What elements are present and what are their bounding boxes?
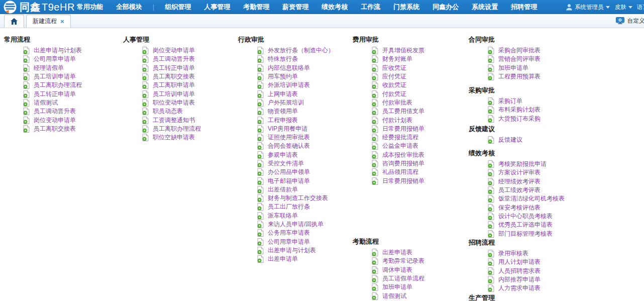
workflow-link[interactable]: 外发放行条（制造中心）	[268, 46, 334, 55]
workflow-item[interactable]: 内部推荐申请单	[469, 275, 592, 284]
workflow-link[interactable]: 员工离职申请单	[153, 81, 195, 89]
workflow-link[interactable]: 礼品领用流程	[382, 168, 418, 176]
workflow-link[interactable]: 方案设计评审表	[498, 168, 541, 177]
workflow-item[interactable]: 物资领用单	[238, 107, 356, 116]
tab-新建流程[interactable]: 新建流程×	[26, 15, 71, 28]
workflow-item[interactable]: 保安考核评估表	[469, 203, 592, 212]
workflow-link[interactable]: 上网申请表	[268, 90, 298, 98]
workflow-item[interactable]: 员工出厂放行条	[238, 203, 356, 211]
workflow-item[interactable]: 员工转正申请单	[123, 64, 241, 72]
workflow-link[interactable]: 物资领用单	[268, 107, 298, 116]
workflow-item[interactable]: 员工离职办理流程	[4, 81, 122, 89]
workflow-link[interactable]: 经理绩效考评表	[498, 177, 541, 186]
workflow-item[interactable]: 工程费用预算表	[469, 72, 592, 81]
workflow-item[interactable]: 用人计划申请表	[469, 258, 592, 266]
workflow-item[interactable]: 外发放行条（制造中心）	[238, 46, 356, 55]
workflow-link[interactable]: 加班申请单	[498, 64, 528, 72]
workflow-link[interactable]: 员工出厂放行条	[268, 203, 310, 211]
workflow-item[interactable]: 设计中心职员考核表	[469, 212, 592, 221]
workflow-item[interactable]: 财务对账单	[353, 55, 471, 63]
workflow-link[interactable]: 工程申报表	[268, 116, 298, 125]
workflow-link[interactable]: 工程费用预算表	[498, 72, 541, 81]
workflow-link[interactable]: 付款审批表	[382, 98, 412, 107]
workflow-item[interactable]: 人员招聘需求表	[469, 267, 592, 275]
nav-item[interactable]: 薪资管理	[280, 3, 311, 12]
workflow-item[interactable]: 户外拓展培训	[238, 98, 356, 107]
workflow-item[interactable]: 出差申请与计划表	[238, 246, 356, 255]
workflow-link[interactable]: 员工离职交接表	[153, 72, 195, 81]
workflow-link[interactable]: 保安考核评估表	[498, 204, 541, 212]
workflow-item[interactable]: 上网申请表	[238, 89, 356, 98]
workflow-item[interactable]: 大货预订布采购	[469, 115, 592, 123]
workflow-link[interactable]: 布料采购计划表	[498, 106, 541, 114]
workflow-item[interactable]: 职位空缺申请表	[123, 133, 241, 142]
nav-item[interactable]: 招聘管理	[508, 3, 540, 12]
workflow-link[interactable]: 员工费用借支单	[382, 107, 424, 116]
workflow-item[interactable]: 员工离职办理流程	[123, 125, 241, 133]
workflow-link[interactable]: 员工转正申请单	[153, 64, 195, 72]
workflow-link[interactable]: 岗位变动申请单	[153, 46, 195, 55]
workflow-item[interactable]: 公务用车申请表	[238, 229, 356, 237]
nav-item[interactable]: 考勤管理	[241, 3, 272, 12]
workflow-item[interactable]: 特殊放行条	[238, 55, 356, 63]
workflow-item[interactable]: 付款计划表	[353, 116, 471, 124]
workflow-item[interactable]: 请假测试	[353, 291, 471, 300]
customize-button[interactable]: 自定义桌面	[616, 17, 644, 25]
tab-home[interactable]	[4, 15, 24, 28]
workflow-link[interactable]: 户外拓展培训	[268, 98, 304, 107]
workflow-link[interactable]: 职位空缺申请表	[153, 133, 195, 142]
workflow-link[interactable]: 员工离职交接表	[34, 125, 76, 133]
workflow-link[interactable]: 员工离职办理流程	[153, 125, 201, 133]
workflow-item[interactable]: 礼品领用流程	[353, 168, 471, 176]
nav-item[interactable]: 系统设置	[469, 3, 500, 12]
workflow-item[interactable]: 员工培训申请单	[123, 89, 241, 98]
workflow-item[interactable]: 采购合同审批表	[469, 46, 592, 55]
workflow-link[interactable]: 参观申请表	[268, 151, 298, 159]
workflow-item[interactable]: 应收凭证	[353, 64, 471, 72]
workflow-link[interactable]: 出差申请与计划表	[268, 246, 316, 255]
workflow-link[interactable]: 请假测试	[34, 98, 58, 107]
workflow-link[interactable]: 出差申请单	[268, 255, 298, 263]
workflow-link[interactable]: 用车预约单	[268, 72, 298, 81]
workflow-link[interactable]: 合同会签确认表	[268, 142, 310, 150]
nav-item[interactable]: 门禁系统	[391, 3, 422, 12]
workflow-item[interactable]: 饭堂清洁绿化司机考核表	[469, 194, 592, 203]
workflow-item[interactable]: 付款凭证	[353, 89, 471, 98]
workflow-item[interactable]: 财务与制造工作交接表	[238, 194, 356, 203]
workflow-link[interactable]: 公司用章申请单	[34, 55, 76, 63]
workflow-item[interactable]: 来访人员申请/回执单	[238, 220, 356, 229]
nav-item[interactable]: 人事管理	[201, 3, 233, 12]
nav-item[interactable]: 常用功能	[74, 3, 105, 12]
workflow-link[interactable]: 营销合同评审表	[498, 55, 541, 63]
workflow-link[interactable]: 派车联络单	[268, 212, 298, 220]
workflow-item[interactable]: 日常费用报销单	[353, 125, 471, 133]
workflow-link[interactable]: 员工离职办理流程	[34, 81, 82, 89]
workflow-link[interactable]: 出差申请与计划表	[34, 46, 82, 55]
workflow-link[interactable]: 采购订单	[498, 97, 522, 106]
workflow-link[interactable]: 请假测试	[382, 292, 406, 300]
workflow-item[interactable]: 经理请假单	[4, 64, 122, 72]
workflow-link[interactable]: 员工转正申请单	[34, 90, 76, 98]
workflow-link[interactable]: 工资调整通知书	[153, 116, 195, 125]
nav-item[interactable]: 全部模块	[114, 3, 145, 12]
workflow-link[interactable]: 考核奖励报批申请	[498, 160, 547, 168]
workflow-item[interactable]: 营销合同评审表	[469, 55, 592, 63]
workflow-item[interactable]: 受控文件清单	[238, 159, 356, 168]
workflow-item[interactable]: 岗位变动申请单	[4, 116, 122, 124]
workflow-link[interactable]: 员工调动晋升表	[153, 55, 195, 63]
workflow-item[interactable]: 付款审批表	[353, 98, 471, 107]
workflow-link[interactable]: 员工培训申请单	[34, 72, 76, 81]
workflow-item[interactable]: 方案设计评审表	[469, 168, 592, 177]
nav-item[interactable]: 工作流	[358, 3, 383, 12]
user-menu[interactable]: 系统管理员	[566, 0, 610, 14]
workflow-item[interactable]: 人力需求申请表	[469, 284, 592, 292]
workflow-link[interactable]: 日常费用报销单	[382, 177, 424, 185]
workflow-link[interactable]: 财务对账单	[382, 55, 412, 63]
workflow-link[interactable]: 内部信息联络单	[268, 64, 310, 72]
workflow-item[interactable]: 出差申请单	[238, 255, 356, 263]
workflow-item[interactable]: 岗位变动申请单	[123, 46, 241, 55]
workflow-item[interactable]: 合同会签确认表	[238, 142, 356, 150]
workflow-link[interactable]: 考勤异常记录表	[382, 257, 424, 265]
workflow-item[interactable]: 员工离职申请单	[123, 81, 241, 89]
skin-menu[interactable]: 皮肤	[615, 0, 632, 14]
